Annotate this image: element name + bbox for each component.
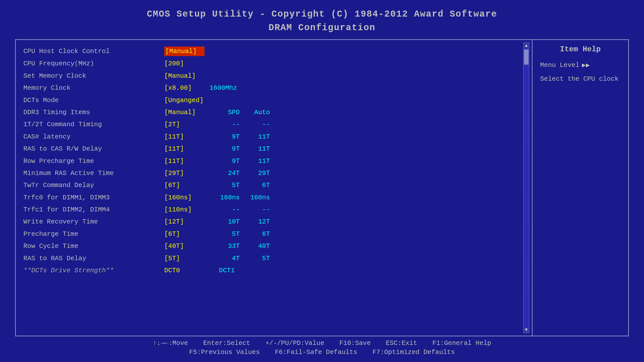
row-value-2: [Manual] [164,71,205,80]
footer-key-row2-1: F6:Fail-Safe Defaults [275,348,357,356]
row-auto-14: 12T [245,217,270,226]
row-value-5: [Manual] [164,108,205,117]
row-label-15: Precharge Time [23,230,164,239]
row-auto-18: DCT1 [210,266,235,275]
config-row-17[interactable]: RAS to RAS Delay[5T]4T5T [23,252,524,264]
row-auto-15: 6T [245,230,270,239]
main-content: CPU Host Clock Control[Manual]CPU Freque… [15,39,629,336]
config-row-7[interactable]: CAS# latency[11T]9T11T [23,131,524,143]
config-row-13[interactable]: Trfc1 for DIMM2, DIMM4[110ns]---- [23,204,524,216]
row-label-8: RAS to CAS R/W Delay [23,144,164,153]
row-value-6: [2T] [164,120,205,129]
header-line1: CMOS Setup Utility - Copyright (C) 1984-… [15,8,629,21]
left-panel: CPU Host Clock Control[Manual]CPU Freque… [16,40,533,336]
row-auto-17: 5T [245,254,270,263]
row-value-10: [29T] [164,169,205,178]
row-spd-14: 10T [215,217,240,226]
row-value-3: [x8.00] [164,83,205,93]
config-row-15[interactable]: Precharge Time[6T]5T6T [23,228,524,240]
rows-container: CPU Host Clock Control[Manual]CPU Freque… [23,45,524,277]
config-row-0[interactable]: CPU Host Clock Control[Manual] [23,45,524,58]
row-auto-5: Auto [245,108,270,117]
row-auto-16: 40T [245,242,270,251]
row-value-9: [11T] [164,157,205,166]
row-label-2: Set Memory Clock [23,71,164,80]
row-extra-3: 1600Mhz [210,83,237,93]
row-auto-13: -- [245,205,270,214]
footer-key-row1-4: ESC:Exit [386,339,417,347]
footer-key-row2-0: F5:Previous Values [189,348,260,356]
config-row-16[interactable]: Row Cycle Time[40T]33T40T [23,240,524,252]
scrollbar[interactable]: ▲ ▼ [523,42,529,333]
row-value-0: [Manual] [164,47,205,56]
row-auto-9: 11T [245,157,270,166]
row-value-14: [12T] [164,217,205,226]
row-auto-7: 11T [245,132,270,141]
menu-level-label: Menu Level [540,61,579,69]
row-value-12: [160ns] [164,193,205,202]
bios-screen: CMOS Setup Utility - Copyright (C) 1984-… [0,0,644,362]
row-label-4: DCTs Mode [23,96,164,105]
row-label-6: 1T/2T Command Timing [23,120,164,129]
config-row-8[interactable]: RAS to CAS R/W Delay[11T]9T11T [23,143,524,155]
right-panel: Item Help Menu Level ▶▶ Select the CPU c… [533,40,628,336]
footer-row1: ↑↓→←:MoveEnter:Select+/-/PU/PD:ValueF10:… [15,339,629,347]
row-spd-5: SPD [215,108,240,117]
row-spd-8: 9T [215,144,240,153]
footer-key-row1-2: +/-/PU/PD:Value [265,339,324,347]
row-auto-12: 160ns [245,193,270,202]
row-auto-11: 6T [245,181,270,190]
row-label-18: **DCTs Drive Strength** [23,266,164,275]
row-label-7: CAS# latency [23,132,164,141]
menu-level-arrows: ▶▶ [582,61,590,69]
row-label-1: CPU Frequency(MHz) [23,59,164,68]
config-row-3[interactable]: Memory Clock[x8.00]1600Mhz [23,82,524,94]
config-row-12[interactable]: Trfc0 for DIMM1, DIMM3[160ns]160ns160ns [23,192,524,204]
config-row-2[interactable]: Set Memory Clock[Manual] [23,70,524,82]
row-value-8: [11T] [164,144,205,153]
config-row-1[interactable]: CPU Frequency(MHz)[200] [23,58,524,70]
row-spd-11: 5T [215,181,240,190]
footer-key-row1-1: Enter:Select [203,339,250,347]
row-label-16: Row Cycle Time [23,242,164,251]
header: CMOS Setup Utility - Copyright (C) 1984-… [15,8,629,35]
scrollbar-track [524,66,529,327]
row-spd-9: 9T [215,157,240,166]
config-row-4[interactable]: DCTs Mode[Unganged] [23,94,524,106]
header-line2: DRAM Configuration [15,21,629,35]
footer-key-row1-0: ↑↓→←:Move [153,339,188,347]
row-value-4: [Unganged] [164,96,205,105]
config-row-11[interactable]: TwTr Command Delay[6T]5T6T [23,179,524,191]
row-value-17: [5T] [164,254,205,263]
scrollbar-down-arrow[interactable]: ▼ [524,327,529,333]
config-row-10[interactable]: Minimum RAS Active Time[29T]24T29T [23,167,524,179]
row-auto-10: 29T [245,169,270,178]
row-spd-7: 9T [215,132,240,141]
footer: ↑↓→←:MoveEnter:Select+/-/PU/PD:ValueF10:… [15,336,629,357]
menu-level: Menu Level ▶▶ [540,61,621,69]
config-row-6[interactable]: 1T/2T Command Timing[2T]---- [23,118,524,130]
row-spd-6: -- [215,120,240,129]
row-label-5: DDR3 Timing Items [23,108,164,117]
scrollbar-thumb[interactable] [524,50,529,65]
row-label-13: Trfc1 for DIMM2, DIMM4 [23,205,164,214]
footer-key-row1-3: F10:Save [339,339,371,347]
row-spd-15: 5T [215,230,240,239]
footer-key-row2-2: F7:Optimized Defaults [372,348,455,356]
config-row-18[interactable]: **DCTs Drive Strength**DCT0DCT1 [23,264,524,277]
footer-row2: F5:Previous ValuesF6:Fail-Safe DefaultsF… [15,348,629,356]
row-value-15: [6T] [164,230,205,239]
row-label-17: RAS to RAS Delay [23,254,164,263]
row-spd-12: 160ns [215,193,240,202]
row-value-11: [6T] [164,181,205,190]
row-label-14: Write Recovery Time [23,217,164,226]
config-row-5[interactable]: DDR3 Timing Items[Manual]SPDAuto [23,106,524,118]
row-value-18: DCT0 [164,266,205,275]
config-row-14[interactable]: Write Recovery Time[12T]10T12T [23,216,524,228]
scrollbar-up-arrow[interactable]: ▲ [524,43,529,49]
row-value-13: [110ns] [164,205,205,214]
item-help-title: Item Help [540,45,621,54]
footer-key-row1-5: F1:General Help [432,339,491,347]
config-row-9[interactable]: Row Precharge Time[11T]9T11T [23,155,524,167]
help-text: Select the CPU clock [540,74,621,84]
